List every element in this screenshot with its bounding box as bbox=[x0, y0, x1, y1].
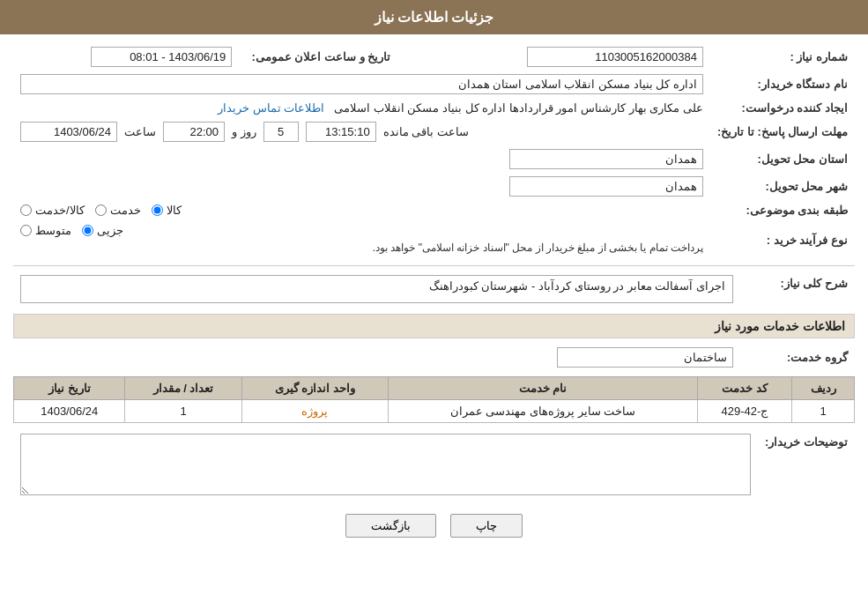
need-number-value: 1103005162000384 bbox=[433, 43, 710, 71]
announcement-value: 1403/06/19 - 08:01 bbox=[13, 43, 239, 71]
desc-table: شرح کلی نیاز: اجرای آسفالت معابر در روست… bbox=[13, 271, 855, 307]
table-row: 1 ج-42-429 ساخت سایر پروژه‌های مهندسی عم… bbox=[14, 400, 855, 423]
page-title: جزئیات اطلاعات نیاز bbox=[375, 10, 494, 25]
radio-kala-khadamat-input[interactable] bbox=[20, 204, 32, 216]
radio-kala[interactable]: کالا bbox=[152, 204, 182, 217]
need-desc-value: اجرای آسفالت معابر در روستای کردآباد - ش… bbox=[13, 271, 740, 307]
col-row: ردیف bbox=[792, 377, 855, 400]
page-header: جزئیات اطلاعات نیاز bbox=[0, 0, 868, 34]
deadline-label: مهلت ارسال پاسخ: تا تاریخ: bbox=[710, 118, 855, 145]
radio-kala-input[interactable] bbox=[152, 204, 163, 216]
radio-motavasset-input[interactable] bbox=[20, 225, 32, 236]
deadline-time-input: 22:00 bbox=[163, 122, 225, 142]
service-group-label: گروه خدمت: bbox=[740, 344, 855, 371]
radio-khadamat[interactable]: خدمت bbox=[95, 204, 141, 217]
buttons-row: چاپ بازگشت bbox=[13, 514, 855, 538]
buyer-desc-value bbox=[13, 430, 758, 501]
category-row: کالا/خدمت خدمت کالا bbox=[13, 200, 710, 220]
cell-name: ساخت سایر پروژه‌های مهندسی عمران bbox=[389, 400, 697, 423]
need-number-label: شماره نیاز : bbox=[710, 43, 855, 71]
separator-1 bbox=[13, 265, 855, 266]
radio-kala-khadamat[interactable]: کالا/خدمت bbox=[20, 204, 85, 217]
radio-kala-khadamat-label: کالا/خدمت bbox=[35, 204, 85, 217]
col-code: کد خدمت bbox=[697, 377, 792, 400]
purchase-note: پرداخت تمام یا بخشی از مبلغ خریدار از مح… bbox=[20, 241, 703, 254]
deadline-row: 1403/06/24 ساعت 22:00 روز و 5 13:15:10 bbox=[13, 118, 710, 145]
radio-jozei[interactable]: جزیی bbox=[82, 224, 123, 237]
cell-unit: پروژه bbox=[241, 400, 389, 423]
col-name: نام خدمت bbox=[389, 377, 697, 400]
requester-value: علی مکاری بهار کارشناس امور قراردادها اد… bbox=[13, 98, 710, 118]
service-group-value: ساختمان bbox=[13, 344, 740, 371]
services-table: ردیف کد خدمت نام خدمت واحد اندازه گیری ت… bbox=[13, 376, 855, 423]
need-number-input: 1103005162000384 bbox=[527, 47, 703, 67]
buyer-name-label: نام دستگاه خریدار: bbox=[710, 71, 855, 98]
requester-label: ایجاد کننده درخواست: bbox=[710, 98, 855, 118]
cell-row: 1 bbox=[792, 400, 855, 423]
cell-qty: 1 bbox=[125, 400, 241, 423]
radio-kala-label: کالا bbox=[167, 204, 182, 217]
purchase-type-label: نوع فرآیند خرید : bbox=[710, 220, 855, 260]
announcement-label: تاریخ و ساعت اعلان عمومی: bbox=[239, 43, 397, 71]
services-section-title: اطلاعات خدمات مورد نیاز bbox=[13, 314, 855, 338]
page-wrapper: جزئیات اطلاعات نیاز شماره نیاز : 1103005… bbox=[0, 0, 868, 609]
buyer-desc-table: توضیحات خریدار: bbox=[13, 430, 855, 501]
buyer-desc-textarea[interactable] bbox=[20, 434, 751, 495]
col-unit: واحد اندازه گیری bbox=[241, 377, 389, 400]
purchase-type-row: متوسط جزیی پرداخت تمام یا بخشی از مبلغ خ… bbox=[13, 220, 710, 260]
buyer-desc-label: توضیحات خریدار: bbox=[758, 430, 855, 501]
cell-date: 1403/06/24 bbox=[14, 400, 125, 423]
deadline-remain-input: 13:15:10 bbox=[306, 122, 376, 142]
info-table: شماره نیاز : 1103005162000384 تاریخ و سا… bbox=[13, 43, 855, 260]
category-label: طبقه بندی موضوعی: bbox=[710, 200, 855, 220]
back-button[interactable]: بازگشت bbox=[345, 514, 436, 538]
announcement-input: 1403/06/19 - 08:01 bbox=[91, 47, 232, 67]
province-input: همدان bbox=[509, 149, 703, 169]
radio-jozei-label: جزیی bbox=[97, 224, 123, 237]
radio-motavasset-label: متوسط bbox=[35, 224, 71, 237]
need-desc-label: شرح کلی نیاز: bbox=[740, 271, 855, 307]
province-value: همدان bbox=[13, 145, 710, 173]
service-group-input: ساختمان bbox=[557, 347, 733, 368]
cell-code: ج-42-429 bbox=[697, 400, 792, 423]
city-input: همدان bbox=[509, 176, 703, 197]
print-button[interactable]: چاپ bbox=[450, 514, 523, 538]
radio-khadamat-label: خدمت bbox=[110, 204, 141, 217]
requester-link[interactable]: اطلاعات تماس خریدار bbox=[218, 101, 324, 115]
col-date: تاریخ نیاز bbox=[14, 377, 125, 400]
city-label: شهر محل تحویل: bbox=[710, 173, 855, 200]
deadline-days-label: روز و bbox=[232, 125, 256, 138]
content-area: شماره نیاز : 1103005162000384 تاریخ و سا… bbox=[0, 34, 868, 555]
deadline-time-label: ساعت bbox=[124, 125, 156, 138]
deadline-remain-label: ساعت باقی مانده bbox=[383, 125, 469, 138]
province-label: استان محل تحویل: bbox=[710, 145, 855, 173]
radio-jozei-input[interactable] bbox=[82, 225, 93, 236]
buyer-name-value: اداره کل بنیاد مسکن انقلاب اسلامی استان … bbox=[13, 71, 710, 98]
col-qty: تعداد / مقدار bbox=[125, 377, 241, 400]
service-group-table: گروه خدمت: ساختمان bbox=[13, 344, 855, 371]
radio-khadamat-input[interactable] bbox=[95, 204, 107, 216]
buyer-name-input: اداره کل بنیاد مسکن انقلاب اسلامی استان … bbox=[20, 74, 703, 94]
radio-motavasset[interactable]: متوسط bbox=[20, 224, 71, 237]
city-value: همدان bbox=[13, 173, 710, 200]
deadline-date-input: 1403/06/24 bbox=[20, 122, 117, 142]
need-desc-input: اجرای آسفالت معابر در روستای کردآباد - ش… bbox=[20, 275, 733, 303]
deadline-days-input: 5 bbox=[263, 122, 299, 142]
